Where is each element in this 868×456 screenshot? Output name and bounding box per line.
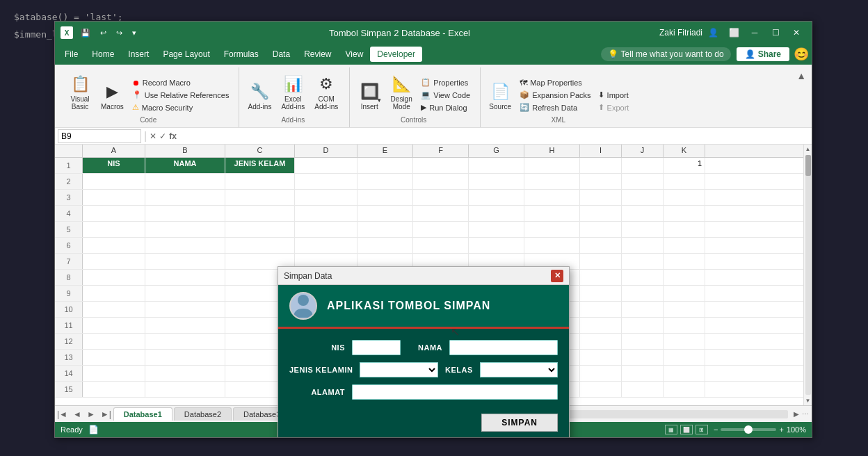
ribbon-collapse-arrow[interactable]: ▲ [796, 67, 806, 127]
first-sheet-btn[interactable]: |◄ [55, 409, 70, 419]
undo-button[interactable]: ↩ [97, 27, 110, 39]
insert-control-button[interactable]: 🔲 Insert ▼ [354, 69, 385, 113]
zoom-track[interactable] [721, 428, 776, 431]
zoom-out-button[interactable]: − [714, 425, 718, 434]
save-button[interactable]: 💾 [77, 27, 94, 39]
minimize-button[interactable]: ─ [745, 25, 764, 40]
record-macro-button[interactable]: ⏺ Record Macro [129, 77, 232, 88]
zoom-in-button[interactable]: + [779, 425, 783, 434]
dialog-close-button[interactable]: ✕ [551, 270, 563, 282]
nama-input[interactable] [449, 340, 558, 355]
visual-basic-button[interactable]: 📋 Visual Basic [65, 69, 95, 113]
user-name: Zaki Fitriadi [659, 28, 702, 38]
insert-dropdown-arrow[interactable]: ▼ [376, 97, 382, 104]
cell-d1[interactable] [295, 158, 357, 173]
macros-button[interactable]: ▶ Macros [97, 69, 128, 113]
kelas-select[interactable]: X XI XII [480, 362, 558, 377]
nama-label: NAMA [408, 343, 442, 352]
cell-k1[interactable]: 1 [664, 158, 705, 173]
macro-security-button[interactable]: ⚠ Macro Security [129, 101, 232, 113]
col-header-f: F [413, 145, 469, 157]
alamat-input[interactable] [352, 384, 558, 400]
normal-view-icon[interactable]: ▦ [665, 425, 677, 434]
cancel-formula-icon[interactable]: ✕ [150, 131, 156, 141]
menu-page-layout[interactable]: Page Layout [156, 47, 216, 62]
spreadsheet-area: A B C D E F G H I J K 1 NI [55, 145, 812, 437]
view-code-button[interactable]: 💻 View Code [418, 89, 473, 101]
menu-insert[interactable]: Insert [121, 47, 156, 62]
menu-formulas[interactable]: Formulas [217, 47, 266, 62]
menu-file[interactable]: File [58, 47, 85, 62]
nis-input[interactable] [352, 340, 401, 355]
page-break-view-icon[interactable]: ⊞ [696, 425, 708, 434]
scroll-track[interactable] [805, 155, 811, 395]
com-addins-button[interactable]: ⚙ COM Add-ins [310, 69, 342, 113]
vertical-scrollbar[interactable]: ▲ ▼ [803, 145, 812, 405]
run-dialog-button[interactable]: ▶ Run Dialog [418, 101, 473, 113]
jenis-kelamin-select[interactable]: Laki-laki Perempuan [360, 362, 437, 377]
share-button[interactable]: 👤 Share [737, 47, 789, 61]
cell-c1[interactable]: JENIS KELAM [225, 158, 295, 173]
scroll-thumb[interactable] [805, 155, 811, 176]
design-mode-button[interactable]: 📐 Design Mode [386, 69, 417, 113]
next-sheet-btn[interactable]: ► [85, 409, 97, 419]
dialog-title-bar: Simpan Data ✕ [278, 267, 569, 285]
customize-qat-button[interactable]: ▾ [129, 27, 140, 39]
close-button[interactable]: ✕ [787, 25, 806, 40]
cell-f1[interactable] [413, 158, 469, 173]
import-button[interactable]: ⬇ Import [595, 89, 632, 101]
status-right: ▦ ⬜ ⊞ − + 100% [665, 425, 806, 434]
expansion-packs-button[interactable]: 📦 Expansion Packs [517, 89, 593, 101]
sheet-tab-database2[interactable]: Database2 [174, 407, 232, 421]
addins-button[interactable]: 🔧 Add-ins [243, 69, 275, 113]
confirm-formula-icon[interactable]: ✓ [159, 131, 166, 141]
formula-input[interactable] [179, 131, 809, 142]
properties-button[interactable]: 📋 Properties [418, 76, 473, 88]
scroll-up-arrow[interactable]: ▲ [804, 145, 812, 154]
prev-sheet-btn[interactable]: ◄ [71, 409, 83, 419]
cell-h1[interactable] [524, 158, 580, 173]
sheet-tab-database1[interactable]: Database1 [113, 407, 172, 421]
redo-button[interactable]: ↪ [113, 27, 126, 39]
sheet-tab-options[interactable]: ⋯ [802, 410, 812, 418]
menu-home[interactable]: Home [85, 47, 121, 62]
refresh-data-button[interactable]: 🔄 Refresh Data [517, 101, 593, 113]
menu-data[interactable]: Data [266, 47, 297, 62]
dialog-body: APLIKASI TOMBOL SIMPAN NIS NAMA [278, 285, 569, 437]
cell-g1[interactable] [469, 158, 524, 173]
menu-view[interactable]: View [339, 47, 371, 62]
cell-a1[interactable]: NIS [83, 158, 145, 173]
name-box[interactable] [58, 129, 141, 143]
scroll-right-btn[interactable]: ▶ [794, 410, 799, 418]
formula-function-icons: ✕ ✓ fx [150, 131, 177, 141]
export-button[interactable]: ⬆ Export [595, 101, 632, 113]
menu-developer[interactable]: Developer [370, 47, 422, 62]
zoom-thumb[interactable] [744, 425, 753, 434]
menu-review[interactable]: Review [297, 47, 338, 62]
run-dialog-icon: ▶ [421, 103, 426, 112]
relative-references-button[interactable]: 📍 Use Relative References [129, 89, 232, 101]
page-layout-view-icon[interactable]: ⬜ [680, 425, 693, 434]
page-view-icon: 📄 [88, 425, 99, 434]
scroll-down-arrow[interactable]: ▼ [804, 396, 812, 405]
import-icon: ⬇ [598, 90, 604, 99]
cell-i1[interactable] [580, 158, 622, 173]
refresh-icon: 🔄 [520, 103, 529, 112]
com-icon: ⚙ [319, 75, 333, 93]
code-small-buttons: ⏺ Record Macro 📍 Use Relative References… [129, 77, 232, 113]
maximize-button[interactable]: ☐ [766, 25, 785, 40]
lightbulb-icon: 💡 [608, 49, 618, 59]
simpan-button[interactable]: SIMPAN [481, 414, 558, 432]
last-sheet-btn[interactable]: ►| [99, 409, 113, 419]
simpan-data-dialog[interactable]: Simpan Data ✕ APLIKASI [278, 266, 570, 437]
ribbon-collapse-button[interactable]: ⬜ [724, 25, 744, 40]
tell-me-box[interactable]: 💡 Tell me what you want to do [601, 47, 731, 61]
cell-j1[interactable] [622, 158, 664, 173]
excel-addins-button[interactable]: 📊 Excel Add-ins [277, 69, 309, 113]
cell-e1[interactable] [357, 158, 413, 173]
map-properties-button[interactable]: 🗺 Map Properties [517, 77, 593, 88]
col-header-i: I [580, 145, 622, 157]
insert-function-icon[interactable]: fx [169, 131, 177, 141]
cell-b1[interactable]: NAMA [145, 158, 225, 173]
source-button[interactable]: 📄 Source [485, 69, 515, 113]
